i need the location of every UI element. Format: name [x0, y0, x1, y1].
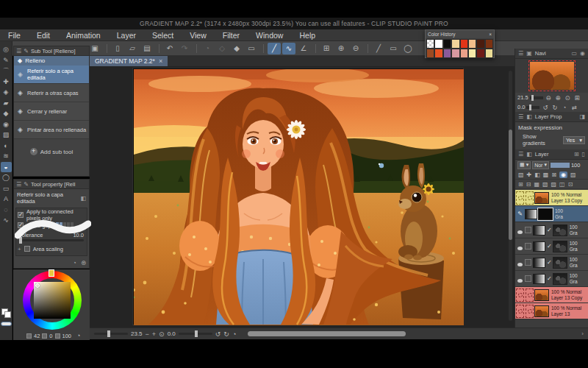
layer-checkbox[interactable] — [525, 275, 531, 282]
rect-tool-icon[interactable]: ▭ — [387, 43, 400, 54]
snap-grid-icon[interactable]: ∠ — [297, 43, 310, 54]
visibility-eye-icon[interactable] — [515, 256, 525, 269]
layer-row-gradient[interactable]: ✓ 100 Gra — [515, 255, 588, 271]
navigator-tab-label[interactable]: Navi — [535, 50, 546, 57]
blend-mode-combo[interactable]: Nor ▾ — [532, 161, 549, 169]
expand-plus-icon[interactable]: + — [18, 246, 21, 252]
option-close-gap[interactable]: Close gap › — [18, 220, 85, 230]
layers-tabs[interactable]: ☰ ◧ Layer ⊞ ▯ — [515, 149, 588, 160]
new-document-icon[interactable]: ▯ — [111, 43, 124, 54]
zoom-out-button[interactable]: − — [146, 330, 149, 338]
color-swatch[interactable] — [468, 39, 476, 49]
color-swatch[interactable] — [468, 49, 476, 58]
gradient-mask-thumbnail[interactable] — [538, 208, 553, 220]
open-file-icon[interactable]: ▱ — [126, 43, 139, 54]
nav-flip-icon[interactable]: ⇄ — [570, 104, 578, 111]
dashed-stamp-icon[interactable] — [526, 191, 534, 205]
layer-property-tab-label[interactable]: Layer Prop — [535, 113, 562, 120]
gradient-map-thumbnail[interactable] — [525, 209, 537, 219]
document-tab[interactable]: GRADIENT MAP 2.2* × — [90, 56, 168, 66]
scroll-right-icon[interactable]: › — [581, 330, 584, 337]
layer-row-gradient[interactable]: ✓ 100 Gra — [515, 238, 588, 255]
color-swatch[interactable] — [451, 49, 459, 58]
color-swatch[interactable] — [443, 39, 451, 49]
panel-menu-icon[interactable]: ☰ — [518, 151, 523, 158]
visibility-eye-icon[interactable] — [515, 224, 525, 237]
canvas-horizontal-scrollbar[interactable] — [248, 331, 406, 336]
window-mode-icon[interactable]: ▣ — [88, 43, 101, 54]
subtool-item-paint-unfilled[interactable]: ◈ Pintar área no rellenada — [14, 121, 89, 139]
gradient-map-thumbnail[interactable] — [533, 258, 545, 268]
transparent-color-pill[interactable] — [1, 322, 12, 326]
lasso-tool-icon[interactable]: ∿ — [1, 215, 12, 226]
deselect-icon[interactable]: ◔ — [201, 43, 214, 54]
layer-row-red[interactable]: 100 % Normal Layer 13 Copy 2 — [515, 287, 588, 303]
blend-tool-icon[interactable]: ≋ — [1, 151, 12, 162]
nav-rotate-ccw-icon[interactable]: ↺ — [541, 104, 549, 111]
figure-tool-icon[interactable]: ▭ — [1, 183, 12, 194]
color-history-icon[interactable]: ◔ — [76, 332, 80, 339]
extra-tab-icon[interactable]: ◨ — [579, 113, 585, 120]
layer-row-gradient-selected[interactable]: ✎ 100 Gra — [515, 206, 588, 222]
expand-right-icon[interactable]: › — [83, 222, 85, 229]
visibility-eye-icon[interactable] — [515, 272, 525, 286]
selection-frame-icon[interactable]: ▭ — [245, 43, 258, 54]
gradient-map-thumbnail[interactable] — [533, 241, 545, 252]
subtool-item-close-fill[interactable]: ◈ Cerrar y rellenar — [14, 102, 89, 121]
color-swatch[interactable] — [443, 49, 451, 58]
wand-tool-icon[interactable]: ◈ — [1, 87, 12, 98]
option-area-scaling[interactable]: + Area scaling — [18, 244, 85, 254]
gradient-map-thumbnail[interactable] — [533, 225, 545, 236]
nav-zoom-in-icon[interactable]: ⊕ — [554, 94, 562, 102]
new-vector-layer-icon[interactable]: ⊟ — [526, 181, 531, 188]
layer-checkbox[interactable] — [525, 227, 531, 233]
color-swatch[interactable] — [426, 39, 434, 49]
reference-layer-icon[interactable]: ◉ — [559, 171, 567, 178]
gradient-map-thumbnail[interactable] — [533, 274, 545, 284]
saturation-value-square[interactable] — [34, 282, 71, 319]
reset-rotation-icon[interactable]: ◔ — [232, 330, 236, 338]
layer-row-red[interactable]: 100 % Normal Layer 13 — [515, 303, 588, 319]
visibility-eye-icon[interactable] — [515, 240, 525, 253]
lock-pixels-icon[interactable]: ▩ — [543, 171, 549, 178]
canvas-vertical-scrollbar[interactable] — [509, 71, 512, 321]
ellipse-tool-icon[interactable]: ◯ — [401, 43, 415, 54]
dashed-stamp-icon[interactable] — [516, 289, 524, 302]
canvas-document[interactable] — [133, 68, 463, 325]
color-swatch[interactable] — [460, 39, 468, 49]
nav-zoom-slider[interactable] — [530, 96, 543, 99]
close-tab-icon[interactable]: × — [159, 57, 162, 65]
eraser-tool-icon[interactable]: ◐ — [1, 141, 12, 152]
color-swatch[interactable] — [476, 39, 484, 49]
sv-cursor[interactable] — [35, 283, 40, 288]
checkbox-checked-icon[interactable] — [18, 222, 24, 228]
nav-zoom-out-icon[interactable]: ⊖ — [545, 94, 553, 102]
transfer-down-icon[interactable]: ▧ — [542, 181, 548, 188]
panel-menu-icon[interactable]: ☰ — [518, 50, 523, 57]
menu-file[interactable]: File — [0, 31, 29, 40]
color-swatch[interactable] — [460, 49, 468, 58]
wrench-icon[interactable]: ⊛ — [81, 259, 86, 266]
layer-thumbnail[interactable] — [553, 257, 567, 269]
zoom-in-button[interactable]: + — [152, 330, 156, 338]
panel-menu-icon[interactable]: ☰ — [518, 113, 523, 120]
close-icon[interactable]: × — [489, 32, 492, 37]
tool-property-header[interactable]: ☰ ✎ Tool property [Rell — [14, 180, 89, 189]
add-subtool-button[interactable]: + Add sub tool — [14, 145, 89, 158]
opacity-slider[interactable] — [551, 163, 570, 168]
nav-reset-icon[interactable]: ◔ — [560, 104, 568, 111]
reset-tool-icon[interactable]: ◔ — [73, 259, 76, 266]
layer-thumbnail[interactable] — [553, 241, 567, 252]
subtool-panel-header[interactable]: ☰ ✎ Sub Tool [Relleno] — [14, 46, 89, 56]
invert-selection-icon[interactable]: ◇ — [215, 43, 229, 54]
fit-screen-icon[interactable]: ⊙ — [159, 330, 165, 338]
option-connected-pixels[interactable]: Apply to connected pixels only — [18, 210, 85, 220]
layer-property-tabs[interactable]: ☰ ◧ Layer Prop ◨ — [515, 112, 588, 122]
layer-thumbnail[interactable] — [534, 305, 549, 317]
lock-layer-icon[interactable]: ✚ — [527, 171, 532, 178]
subview-tab-icon[interactable]: ▭ — [571, 50, 577, 57]
show-gradients-dropdown[interactable]: Yes ▾ — [563, 136, 585, 144]
curve-tool-icon[interactable]: ⌒ — [1, 66, 12, 77]
text-tool-icon[interactable]: A — [1, 194, 12, 205]
trash-icon[interactable]: ▯ — [582, 151, 585, 158]
